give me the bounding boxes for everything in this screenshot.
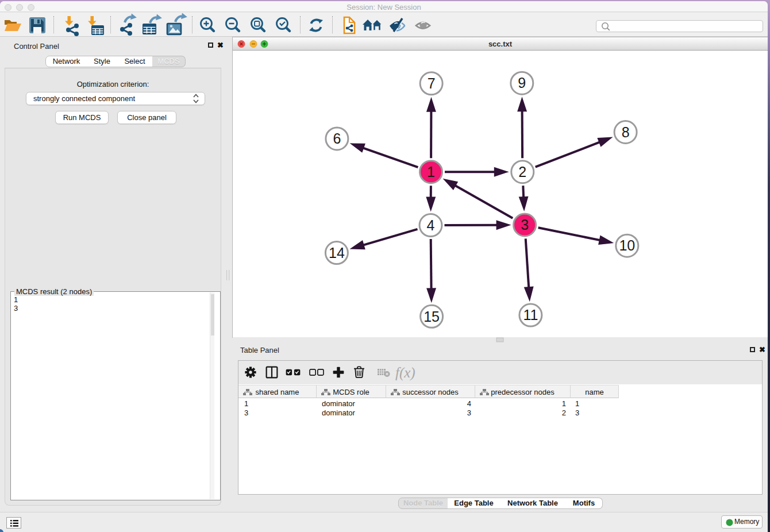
svg-text:7: 7 [428, 75, 436, 91]
svg-text:11: 11 [523, 307, 538, 323]
svg-text:6: 6 [333, 130, 341, 147]
svg-text:15: 15 [424, 309, 440, 325]
svg-text:1: 1 [427, 164, 435, 180]
svg-text:4: 4 [427, 217, 435, 233]
svg-text:10: 10 [619, 237, 635, 253]
svg-text:14: 14 [329, 245, 345, 261]
svg-text:f(x): f(x) [395, 365, 415, 381]
svg-text:3: 3 [521, 217, 529, 233]
svg-text:8: 8 [622, 124, 630, 140]
svg-text:9: 9 [518, 75, 526, 91]
svg-text:2: 2 [518, 164, 526, 180]
